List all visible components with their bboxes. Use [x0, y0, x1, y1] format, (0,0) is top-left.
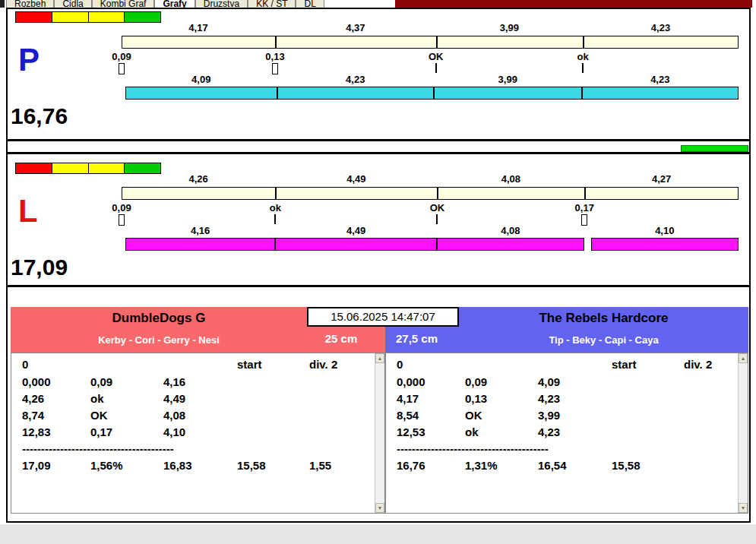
table-cell: 4,10 [163, 425, 185, 438]
tab-rozbeh[interactable]: Rozbeh [6, 0, 54, 8]
scroll-down-icon[interactable]: ▼ [375, 503, 384, 513]
main-frame: P16,764,174,373,994,230,090,13OKok4,094,… [6, 8, 751, 523]
run-bar-segment [125, 87, 277, 100]
table-total-cell: 17,09 [22, 459, 51, 472]
mark-label: 0,09 [112, 202, 131, 213]
status-legend [15, 11, 161, 23]
legend-cell [125, 163, 160, 173]
timestamp: 15.06.2025 14:47:07 [307, 307, 459, 327]
titlebar-fragment [395, 0, 752, 8]
lane-letter: L [18, 195, 38, 227]
segment-time-top: 4,27 [652, 173, 671, 185]
table-total-cell: 1,55 [309, 459, 331, 472]
table-cell: 8,54 [397, 409, 419, 422]
lane-panel-p: P16,764,174,373,994,230,090,13OKok4,094,… [8, 9, 749, 141]
tab-cidla[interactable]: Cidla [54, 0, 91, 8]
scroll-up-icon[interactable]: ▲ [375, 353, 384, 363]
mark-label: OK [429, 51, 444, 62]
team-right-name: The Rebels Hardcore [459, 311, 748, 326]
tab-dl[interactable]: DL [296, 0, 324, 8]
table-cell: 0,000 [22, 375, 51, 388]
segment-time-bottom: 4,23 [346, 74, 365, 85]
table-total-cell: 16,83 [163, 459, 192, 472]
table-total-cell: 16,54 [538, 459, 567, 472]
results-table-right: 0startdiv. 20,0000,094,094,170,134,238,5… [385, 353, 748, 514]
segment-time-bottom: 4,09 [191, 74, 210, 85]
segment-time-top: 4,49 [346, 173, 365, 185]
segment-time-bottom: 4,16 [191, 225, 210, 236]
scroll-down-icon[interactable]: ▼ [739, 503, 748, 513]
table-header-cell: div. 2 [309, 358, 337, 371]
legend-cell [52, 12, 89, 22]
scrollbar[interactable]: ▲▼ [375, 353, 384, 513]
segment-time-bottom: 3,99 [498, 74, 517, 85]
tab-grafy[interactable]: Grafy [154, 0, 195, 8]
sensor-bar-top [122, 36, 739, 49]
table-cell: 0,09 [465, 375, 487, 388]
mark-label: ok [577, 51, 588, 62]
segment-divider [437, 188, 438, 199]
table-cell: 4,08 [163, 409, 185, 422]
run-bar-segment [582, 87, 739, 100]
window-corner-mark [0, 0, 5, 8]
legend-cell [89, 12, 125, 22]
mark-glyph-box [581, 214, 587, 226]
table-cell: 4,16 [163, 375, 185, 388]
segment-time-bottom: 4,49 [346, 225, 365, 236]
table-header-cell: 0 [397, 358, 403, 371]
tab-kk-st[interactable]: KK / ST [248, 0, 296, 8]
mark-label: ok [270, 202, 281, 213]
table-cell: 4,17 [397, 392, 419, 405]
mark-label: OK [430, 202, 445, 213]
segment-time-top: 4,23 [651, 22, 670, 33]
segment-divider [436, 36, 438, 48]
legend-cell [125, 12, 160, 22]
tab-bar: RozbehCidlaKombi GrafGrafyDruzstvaKK / S… [6, 0, 324, 8]
table-cell: 0,000 [397, 375, 425, 388]
mark-glyph-box [272, 63, 278, 74]
table-cell: 0,09 [90, 375, 112, 388]
legend-cell [16, 163, 52, 173]
segment-time-top: 4,37 [346, 22, 365, 33]
segment-time-top: 4,08 [501, 173, 520, 185]
scroll-up-icon[interactable]: ▲ [739, 353, 748, 363]
table-total-cell: 16,76 [397, 459, 425, 472]
mark-glyph-box [119, 214, 125, 226]
results-table-left: 0startdiv. 20,0000,094,164,26ok4,498,74O… [11, 353, 385, 514]
table-cell: 12,83 [22, 425, 51, 438]
team-left-jump-height: 25 cm [299, 332, 383, 345]
table-cell: ok [90, 392, 104, 405]
segment-time-bottom: 4,23 [650, 74, 669, 85]
team-right-dogs: Tip - Beky - Capi - Caya [459, 334, 748, 346]
table-cell: 4,26 [22, 392, 44, 405]
segment-time-top: 4,26 [188, 173, 207, 185]
mark-glyph-line [274, 214, 276, 224]
mark-glyph-line [435, 63, 437, 73]
segment-divider [584, 188, 586, 199]
mark-label: 0,13 [265, 51, 284, 62]
table-cell: 4,09 [538, 375, 560, 388]
legend-cell [16, 12, 52, 22]
run-bar-segment [275, 238, 437, 251]
scrollbar[interactable]: ▲▼ [738, 353, 748, 513]
table-header-cell: div. 2 [684, 358, 712, 371]
lane-total: 17,09 [11, 256, 68, 279]
table-divider: ---------------------------------------- [397, 442, 549, 455]
table-header-cell: 0 [22, 358, 28, 371]
tab-kombi-graf[interactable]: Kombi Graf [92, 0, 155, 8]
table-cell: 0,13 [465, 392, 487, 405]
segment-time-bottom: 4,10 [655, 225, 674, 236]
table-header-cell: start [612, 358, 637, 371]
mark-glyph-box [119, 63, 125, 74]
table-total-cell: 1,31% [465, 459, 498, 472]
tab-druzstva[interactable]: Druzstva [195, 0, 248, 8]
lane-letter: P [18, 44, 40, 76]
legend-cell [89, 163, 125, 173]
table-cell: OK [465, 409, 482, 422]
sensor-bar-top [122, 187, 739, 200]
progress-bar [681, 145, 748, 152]
table-cell: 12,53 [397, 425, 425, 438]
table-cell: OK [90, 409, 108, 422]
footer-strip [0, 524, 756, 544]
segment-time-bottom: 4,08 [501, 225, 520, 236]
